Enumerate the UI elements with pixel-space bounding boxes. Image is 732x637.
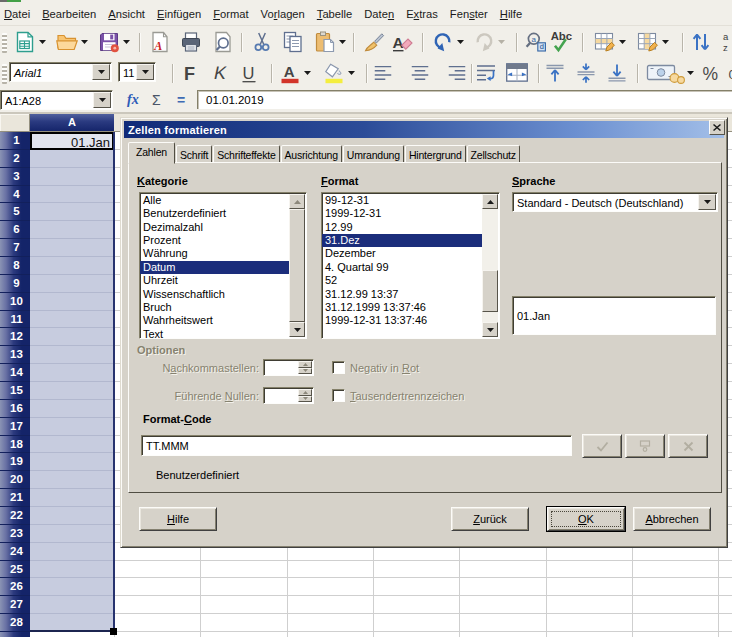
- align-bottom-button[interactable]: [605, 61, 629, 85]
- scroll-up-button[interactable]: [482, 194, 498, 209]
- row-header-21[interactable]: 21: [0, 489, 30, 507]
- merge-cells-button[interactable]: [504, 61, 530, 85]
- leading-zeroes-spin-buttons[interactable]: [298, 389, 312, 402]
- help-button[interactable]: Hilfe: [139, 507, 217, 531]
- name-box[interactable]: A1:A28: [0, 90, 113, 110]
- ok-button[interactable]: OK: [547, 507, 625, 531]
- edit-comment-button[interactable]: [625, 434, 665, 458]
- menu-bearbeiten[interactable]: Bearbeiten: [42, 8, 96, 20]
- column-header-a[interactable]: A: [30, 114, 114, 132]
- row-header-5[interactable]: 5: [0, 203, 30, 221]
- paste-button[interactable]: [313, 30, 337, 54]
- sort-button[interactable]: [689, 30, 713, 54]
- row-header-2[interactable]: 2: [0, 150, 30, 168]
- font-name-dropdown-button[interactable]: [92, 64, 110, 80]
- row-header-15[interactable]: 15: [0, 382, 30, 400]
- menu-daten[interactable]: Daten: [364, 8, 394, 20]
- highlight-color-button[interactable]: [322, 61, 346, 85]
- list-item[interactable]: 1999-12-31: [322, 207, 482, 220]
- print-button[interactable]: [179, 30, 203, 54]
- format-currency-dropdown-arrow[interactable]: [685, 61, 695, 85]
- row-header-26[interactable]: 26: [0, 578, 30, 596]
- row-header-4[interactable]: 4: [0, 186, 30, 204]
- language-dropdown-button[interactable]: [698, 194, 716, 210]
- list-item[interactable]: Datum: [140, 261, 289, 274]
- back-button[interactable]: Zurück: [451, 507, 529, 531]
- row-header-10[interactable]: 10: [0, 293, 30, 311]
- remove-format-button[interactable]: [668, 434, 708, 458]
- menu-hilfe[interactable]: Hilfe: [500, 8, 522, 20]
- row-header-6[interactable]: 6: [0, 221, 30, 239]
- align-right-button[interactable]: [446, 61, 468, 85]
- tab-hintergrund[interactable]: Hintergrund: [405, 145, 466, 163]
- equals-icon[interactable]: =: [177, 89, 185, 111]
- font-size-dropdown-button[interactable]: [136, 64, 154, 80]
- row-header-20[interactable]: 20: [0, 471, 30, 489]
- list-item[interactable]: Text: [140, 328, 289, 338]
- font-name-value[interactable]: Arial1: [11, 64, 91, 80]
- wrap-text-button[interactable]: [474, 61, 498, 85]
- redo-dropdown-arrow[interactable]: [496, 30, 506, 54]
- save-dropdown-arrow[interactable]: [121, 30, 131, 54]
- list-item[interactable]: Bruch: [140, 301, 289, 314]
- scrollbar-track[interactable]: [482, 209, 498, 270]
- menu-format[interactable]: Format: [213, 8, 248, 20]
- sort-ascending-button[interactable]: [721, 30, 732, 54]
- format-code-input[interactable]: TT.MMM: [141, 435, 572, 456]
- row-header-25[interactable]: 25: [0, 561, 30, 579]
- italic-button[interactable]: [209, 61, 233, 85]
- row-header-11[interactable]: 11: [0, 311, 30, 329]
- font-name-combo[interactable]: Arial1: [9, 62, 112, 82]
- menu-tabelle[interactable]: Tabelle: [317, 8, 352, 20]
- row-header-8[interactable]: 8: [0, 257, 30, 275]
- format-listbox[interactable]: 99-12-311999-12-3112.9931.DezDezember4. …: [321, 192, 500, 339]
- list-item[interactable]: 12.99: [322, 221, 482, 234]
- scrollbar-thumb[interactable]: [289, 209, 305, 322]
- clone-formatting-button[interactable]: [362, 30, 386, 54]
- menu-fenster[interactable]: Fenster: [450, 8, 488, 20]
- undo-dropdown-arrow[interactable]: [455, 30, 465, 54]
- column-a-selected-cells[interactable]: [30, 132, 114, 632]
- negative-red-checkbox[interactable]: [332, 361, 345, 374]
- export-pdf-button[interactable]: [148, 30, 172, 54]
- redo-button[interactable]: [472, 30, 496, 54]
- columns-dropdown-arrow[interactable]: [660, 30, 670, 54]
- align-top-button[interactable]: [543, 61, 567, 85]
- list-item[interactable]: Währung: [140, 247, 289, 260]
- row-header-22[interactable]: 22: [0, 507, 30, 525]
- list-item[interactable]: Wissenschaftlich: [140, 288, 289, 301]
- list-item[interactable]: Benutzerdefiniert: [140, 207, 289, 220]
- fill-handle[interactable]: [110, 628, 117, 635]
- find-replace-button[interactable]: [524, 30, 548, 54]
- function-wizard-icon[interactable]: fx: [127, 89, 139, 111]
- language-value[interactable]: Standard - Deutsch (Deutschland): [514, 194, 697, 210]
- row-header-9[interactable]: 9: [0, 275, 30, 293]
- cells-below-selection[interactable]: [30, 632, 114, 637]
- row-header-19[interactable]: 19: [0, 453, 30, 471]
- select-all-corner[interactable]: [0, 114, 30, 132]
- leading-zeroes-spinfield[interactable]: [263, 387, 314, 404]
- format-number-button[interactable]: [727, 61, 732, 85]
- menu-ansicht[interactable]: Ansicht: [108, 8, 145, 20]
- tab-zellschutz[interactable]: Zellschutz: [467, 145, 520, 163]
- list-item[interactable]: 1999-12-31 13:37:46: [322, 314, 482, 327]
- row-header-23[interactable]: 23: [0, 525, 30, 543]
- list-item[interactable]: Dezember: [322, 247, 482, 260]
- font-color-dropdown-arrow[interactable]: [302, 61, 312, 85]
- print-preview-button[interactable]: [211, 30, 235, 54]
- list-item[interactable]: Alle: [140, 194, 289, 207]
- row-header-7[interactable]: 7: [0, 239, 30, 257]
- row-header-27[interactable]: 27: [0, 596, 30, 614]
- menu-extras[interactable]: Extras: [406, 8, 438, 20]
- list-item[interactable]: 4. Quartal 99: [322, 261, 482, 274]
- tab-ausrichtung[interactable]: Ausrichtung: [281, 145, 342, 163]
- align-left-button[interactable]: [372, 61, 394, 85]
- rows-button[interactable]: [593, 30, 617, 54]
- rows-dropdown-arrow[interactable]: [617, 30, 627, 54]
- list-item[interactable]: Prozent: [140, 234, 289, 247]
- open-dropdown-arrow[interactable]: [79, 30, 89, 54]
- copy-button[interactable]: [281, 30, 305, 54]
- list-item[interactable]: Wahrheitswert: [140, 314, 289, 327]
- list-item[interactable]: 52: [322, 274, 482, 287]
- scroll-down-button[interactable]: [289, 322, 305, 337]
